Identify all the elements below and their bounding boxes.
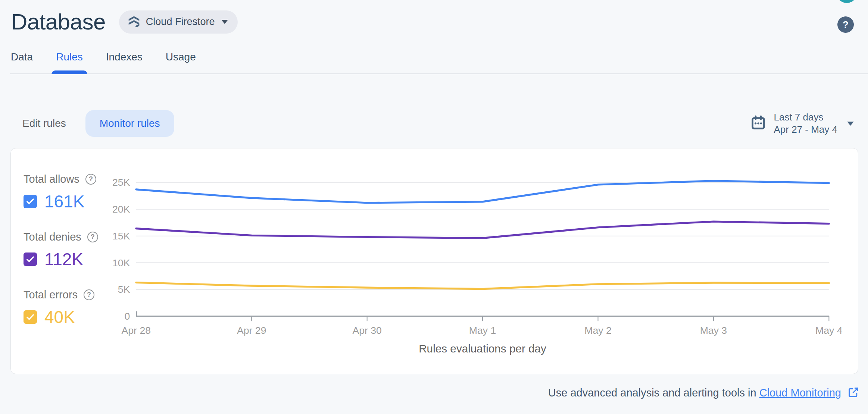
edit-rules-button[interactable]: Edit rules bbox=[22, 117, 66, 129]
svg-text:25K: 25K bbox=[112, 177, 130, 188]
svg-text:Rules evaluations per day: Rules evaluations per day bbox=[419, 342, 546, 355]
svg-text:Apr 29: Apr 29 bbox=[237, 325, 266, 336]
cloud-monitoring-link[interactable]: Cloud Monitoring bbox=[759, 387, 841, 399]
rules-controls-row: Edit rules Monitor rules Last 7 days Apr… bbox=[22, 110, 854, 137]
svg-text:May 4: May 4 bbox=[815, 325, 843, 336]
calendar-icon bbox=[750, 115, 766, 132]
tab-rules[interactable]: Rules bbox=[55, 51, 84, 73]
rules-monitoring-card: Total allows ? 161K Total denies ? 112K bbox=[10, 148, 858, 374]
svg-text:Apr 30: Apr 30 bbox=[352, 325, 381, 336]
svg-text:May 3: May 3 bbox=[700, 325, 727, 336]
monitor-rules-button[interactable]: Monitor rules bbox=[85, 110, 174, 137]
denies-value: 112K bbox=[44, 249, 83, 269]
tab-data[interactable]: Data bbox=[10, 51, 34, 73]
user-avatar[interactable] bbox=[836, 0, 858, 3]
product-selector-chip[interactable]: Cloud Firestore bbox=[119, 10, 238, 34]
date-range-selector[interactable]: Last 7 days Apr 27 - May 4 bbox=[750, 111, 854, 136]
svg-text:May 2: May 2 bbox=[584, 325, 612, 336]
svg-text:Apr 28: Apr 28 bbox=[122, 325, 151, 336]
chart-area: 05K10K15K20K25KApr 28Apr 29Apr 30May 1Ma… bbox=[109, 148, 858, 374]
tab-usage[interactable]: Usage bbox=[165, 51, 197, 73]
product-chip-label: Cloud Firestore bbox=[146, 16, 215, 28]
help-button[interactable]: ? bbox=[837, 16, 854, 33]
date-range-text: Last 7 days Apr 27 - May 4 bbox=[774, 111, 837, 136]
date-range-dates: Apr 27 - May 4 bbox=[774, 123, 837, 136]
legend-total-errors: Total errors ? 40K bbox=[24, 289, 109, 327]
errors-checkbox[interactable] bbox=[24, 310, 37, 324]
firestore-icon bbox=[127, 15, 141, 29]
svg-text:15K: 15K bbox=[112, 230, 130, 242]
svg-text:20K: 20K bbox=[112, 204, 130, 215]
denies-checkbox[interactable] bbox=[24, 253, 37, 266]
legend-total-denies: Total denies ? 112K bbox=[24, 231, 109, 269]
help-icon[interactable]: ? bbox=[87, 232, 98, 242]
svg-text:10K: 10K bbox=[112, 257, 130, 269]
date-range-preset: Last 7 days bbox=[774, 111, 837, 123]
help-icon[interactable]: ? bbox=[84, 289, 94, 300]
tab-indexes[interactable]: Indexes bbox=[105, 51, 143, 73]
tab-bar: Data Rules Indexes Usage bbox=[10, 51, 868, 74]
external-link-icon[interactable] bbox=[848, 387, 859, 401]
svg-text:May 1: May 1 bbox=[469, 325, 496, 336]
page-title: Database bbox=[11, 9, 106, 35]
help-icon[interactable]: ? bbox=[85, 174, 96, 185]
legend-total-allows: Total allows ? 161K bbox=[24, 173, 109, 211]
chart-legend: Total allows ? 161K Total denies ? 112K bbox=[11, 148, 109, 374]
page-header: ? Database Cloud Firestore bbox=[0, 0, 868, 35]
question-mark-icon: ? bbox=[843, 19, 849, 31]
legend-label: Total allows bbox=[24, 173, 79, 185]
allows-checkbox[interactable] bbox=[24, 195, 37, 208]
rules-evaluations-chart: 05K10K15K20K25KApr 28Apr 29Apr 30May 1Ma… bbox=[109, 163, 854, 366]
chevron-down-icon bbox=[847, 122, 854, 126]
allows-value: 161K bbox=[44, 191, 84, 211]
footer-note: Use advanced analysis and alerting tools… bbox=[0, 387, 859, 401]
svg-text:5K: 5K bbox=[118, 284, 130, 295]
svg-text:0: 0 bbox=[125, 311, 130, 322]
legend-label: Total denies bbox=[24, 231, 81, 243]
errors-value: 40K bbox=[44, 307, 75, 327]
footer-text: Use advanced analysis and alerting tools… bbox=[548, 387, 756, 399]
legend-label: Total errors bbox=[24, 289, 78, 301]
chevron-down-icon bbox=[221, 20, 228, 24]
